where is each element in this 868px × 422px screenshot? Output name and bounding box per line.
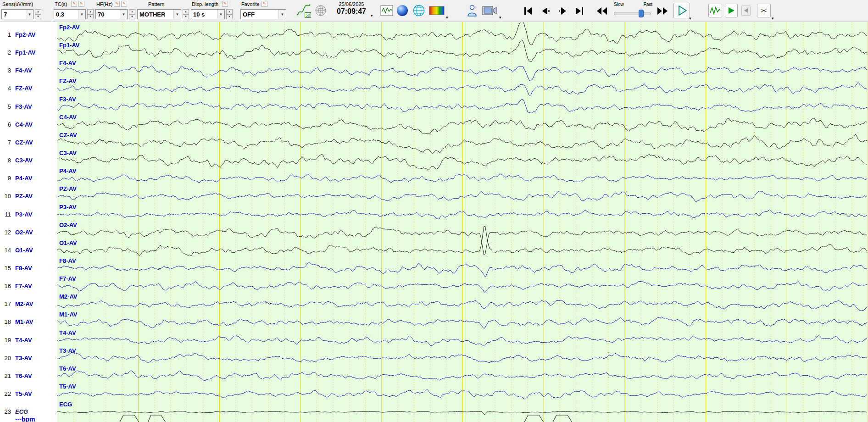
channel-row[interactable]: 16F7-AV [0,282,57,290]
rewind-button[interactable] [595,5,608,17]
channel-row[interactable]: 10PZ-AV [0,192,57,200]
patient-info-button[interactable] [466,4,478,17]
channel-row[interactable]: 20T3-AV [0,354,57,362]
channel-row[interactable]: 21T6-AV [0,372,57,380]
disp-stepper[interactable]: ▲ ▼ [226,9,233,19]
favorite-edit-icon[interactable]: ✎ [262,1,267,7]
wave-view-button[interactable] [380,4,394,17]
channel-label: T5-AV [15,390,32,398]
fast-forward-button[interactable] [656,5,669,17]
trace-channel-label: F3-AV [59,96,76,103]
sens-stepper[interactable]: ▲ ▼ [35,9,41,19]
sens-dropdown-icon[interactable]: ▼ [26,10,33,19]
globe-view-button[interactable] [412,4,426,17]
channel-row[interactable]: 6C4-AV [0,121,57,129]
channel-row[interactable]: 12O2-AV [0,228,57,237]
spectrogram-button[interactable] [428,6,445,16]
notch-filter-button[interactable]: 50 [296,3,312,18]
favorite-label: Favorite [241,1,260,7]
channel-number: 5 [0,103,11,111]
tc-dropdown-icon[interactable]: ▼ [78,10,85,19]
clip-caret-icon[interactable]: ▾ [772,17,774,21]
channel-number: 19 [0,336,11,344]
tc-edit-icon[interactable]: ✎ [71,1,77,7]
sens-step-down-icon[interactable]: ▼ [35,14,41,19]
play-button[interactable] [673,3,690,18]
tc-edit2-icon[interactable]: ✎ [78,1,84,7]
hf-edit2-icon[interactable]: ✎ [121,1,127,7]
speed-slider-thumb[interactable] [639,10,644,17]
pattern-dropdown-icon[interactable]: ▼ [173,10,181,19]
pattern-select[interactable]: MOTHER ▼ [137,9,181,19]
hf-select[interactable]: 70 ▼ [95,9,128,19]
channel-row[interactable]: 11P3-AV [0,211,57,219]
tc-step-up-icon[interactable]: ▲ [87,9,94,14]
speed-slider-track[interactable] [614,12,651,15]
trace-channel-label: Fp1-AV [59,42,80,49]
page-back-button[interactable] [540,5,551,17]
trace-channel-label: C3-AV [59,150,77,156]
channel-number: 23 [0,408,11,416]
electrode-map-button[interactable] [314,4,328,17]
video-button[interactable] [482,4,497,17]
disp-length-select[interactable]: 10 s ▼ [191,9,225,19]
play-caret-icon[interactable]: ▾ [689,17,691,21]
brain-map-button[interactable] [395,4,409,17]
channel-row[interactable]: 8C3-AV [0,156,57,165]
eeg-record-area[interactable]: Fp2-AVFp1-AVF4-AVFZ-AVF3-AVC4-AVCZ-AVC3-… [57,22,868,422]
channel-row[interactable]: 1Fp2-AV [0,31,57,39]
clip-button[interactable]: ✂ [757,4,771,17]
sens-value: 7 [2,10,26,19]
channel-row[interactable]: 3F4-AV [0,67,57,75]
video-caret-icon[interactable]: ▾ [499,16,501,20]
review-wave-button[interactable] [708,4,722,17]
channel-row[interactable]: 4FZ-AV [0,84,57,93]
go-to-start-button[interactable] [522,5,534,17]
hf-stepper[interactable]: ▲ ▼ [129,9,135,19]
channel-row[interactable]: 23ECG [0,408,57,416]
trace-channel-label: PZ-AV [59,185,77,192]
hf-edit-icon[interactable]: ✎ [114,1,120,7]
datetime-caret-icon[interactable]: ▾ [371,14,373,18]
channel-row[interactable]: 22T5-AV [0,390,57,398]
tc-stepper[interactable]: ▲ ▼ [87,9,94,19]
channel-row[interactable]: 14O1-AV [0,246,57,255]
channel-row[interactable]: 18M1-AV [0,318,57,326]
channel-row[interactable]: 5F3-AV [0,103,57,111]
hf-step-up-icon[interactable]: ▲ [129,9,135,14]
sens-step-up-icon[interactable]: ▲ [35,9,41,14]
disp-dropdown-icon[interactable]: ▼ [217,10,224,19]
eeg-trace-P3-AV [57,210,867,219]
hf-dropdown-icon[interactable]: ▼ [120,10,127,19]
sens-select[interactable]: 7 ▼ [1,9,33,19]
tc-step-down-icon[interactable]: ▼ [87,14,94,19]
disp-step-down-icon[interactable]: ▼ [226,14,233,19]
datetime-group[interactable]: 25/06/2025 07:09:47 ▾ [332,0,374,22]
disp-edit-icon[interactable]: ✎ [222,1,228,7]
channel-label: P3-AV [15,211,32,219]
channel-label: T6-AV [15,372,32,380]
channel-row[interactable]: 19T4-AV [0,336,57,344]
favorite-dropdown-icon[interactable]: ▼ [278,10,286,19]
pattern-step-up-icon[interactable]: ▲ [183,9,189,14]
hf-step-down-icon[interactable]: ▼ [129,14,135,19]
channel-label: C4-AV [15,121,33,129]
pattern-step-down-icon[interactable]: ▼ [183,14,189,19]
channel-row[interactable]: 9P4-AV [0,174,57,183]
trace-channel-label: T6-AV [59,365,76,372]
channel-row[interactable]: 7CZ-AV [0,139,57,147]
tc-select[interactable]: 0.3 ▼ [54,9,86,19]
disp-step-up-icon[interactable]: ▲ [226,9,233,14]
channel-row[interactable]: 17M2-AV [0,300,57,308]
step-back-button[interactable] [741,6,751,16]
channel-row[interactable]: 15F8-AV [0,264,57,272]
eeg-traces-svg [57,22,868,422]
channel-row[interactable]: 2Fp1-AV [0,49,57,57]
pattern-stepper[interactable]: ▲ ▼ [183,9,189,19]
page-forward-button[interactable] [557,5,569,17]
display-group-caret-icon[interactable]: ▾ [446,16,448,20]
eeg-trace-F4-AV [57,65,867,81]
go-to-end-button[interactable] [573,5,585,17]
favorite-select[interactable]: OFF ▼ [240,9,286,19]
resume-play-button[interactable] [725,4,738,17]
